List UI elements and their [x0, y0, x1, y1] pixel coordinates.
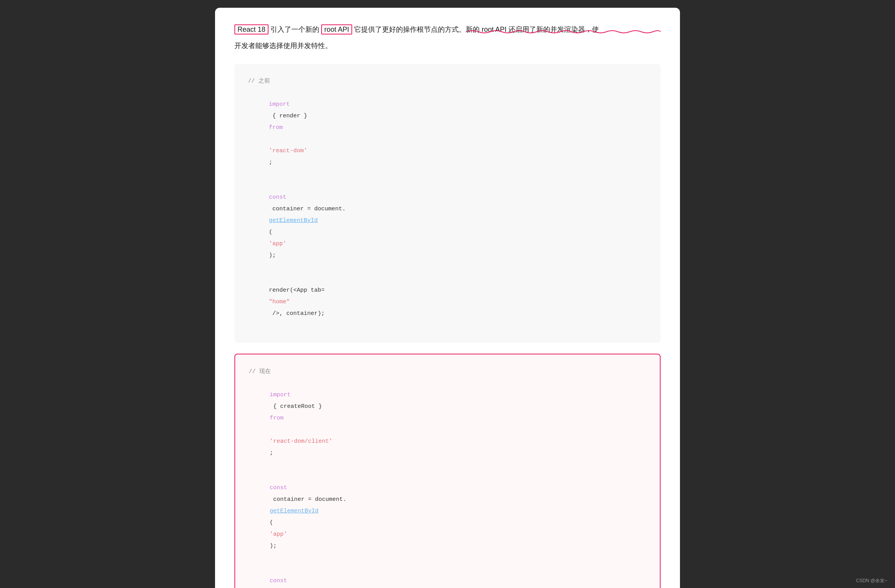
- code-block-before-1: // 之前 import { render } from 'react-dom'…: [234, 64, 661, 343]
- fn-getById-1: getElementById: [269, 217, 318, 224]
- kw-from: from: [269, 124, 283, 131]
- kw-const-1: const: [269, 194, 286, 201]
- code-line-import-after: import { createRoot } from 'react-dom/cl…: [249, 378, 646, 471]
- kw-import-2: import: [270, 392, 291, 398]
- kw-from-2: from: [270, 415, 284, 421]
- code-normal-7: render(<App tab=: [269, 287, 325, 294]
- code-normal-6: );: [269, 252, 276, 259]
- code-line-import-before: import { render } from 'react-dom' ;: [248, 87, 647, 180]
- code-string-react-dom: 'react-dom': [269, 148, 307, 154]
- intro-line2-text: 开发者能够选择使用并发特性。: [234, 42, 332, 50]
- code-line-createroot: const root = createRoot (container); // …: [249, 564, 646, 588]
- code-normal-11: ;: [270, 450, 273, 456]
- intro-paragraph: React 18 引入了一个新的 root API 它提供了更好的操作根节点的方…: [234, 23, 661, 36]
- code-string-react-dom-client: 'react-dom/client': [270, 438, 332, 445]
- kw-const-2: const: [270, 485, 287, 491]
- kw-const-3: const: [270, 578, 287, 584]
- react18-highlight: React 18: [234, 24, 268, 34]
- code-normal-12: container = document.: [270, 496, 346, 503]
- watermark-text: CSDN @余发~: [856, 578, 887, 583]
- code-comment-before1: // 之前: [248, 76, 647, 87]
- code-normal-14: );: [270, 543, 277, 549]
- code-normal-10: [270, 426, 273, 433]
- code-comment-after1: // 现在: [249, 366, 646, 378]
- code-normal-5: (: [269, 229, 272, 236]
- watermark: CSDN @余发~: [856, 578, 887, 584]
- intro-text-middle1: 引入了一个新的: [270, 26, 321, 33]
- code-normal-13: (: [270, 519, 273, 526]
- intro-text-middle2: 它提供了更好的操作根节点的方式。新的 root API 还启用了新的并发渲染器，…: [354, 26, 599, 33]
- code-normal-9: { createRoot }: [270, 403, 325, 410]
- rootapi-highlight: root API: [321, 24, 352, 34]
- code-normal-8: />, container);: [269, 310, 325, 317]
- page-card: React 18 引入了一个新的 root API 它提供了更好的操作根节点的方…: [215, 8, 680, 588]
- intro-text: React 18 引入了一个新的 root API 它提供了更好的操作根节点的方…: [234, 26, 599, 33]
- code-string-app-2: 'app': [270, 531, 287, 538]
- kw-import: import: [269, 101, 290, 108]
- code-normal-1: { render }: [269, 113, 311, 119]
- code-string-home-1: "home": [269, 299, 290, 305]
- fn-getById-2: getElementById: [270, 508, 318, 514]
- intro-line2: 开发者能够选择使用并发特性。: [234, 40, 661, 52]
- code-line-container-before: const container = document. getElementBy…: [248, 180, 647, 273]
- code-line-container-after: const container = document. getElementBy…: [249, 471, 646, 564]
- code-normal-3: ;: [269, 159, 272, 166]
- code-normal-2: [269, 136, 272, 143]
- code-block-after-1: // 现在 import { createRoot } from 'react-…: [234, 354, 661, 588]
- code-line-render-before: render(<App tab= "home" />, container);: [248, 273, 647, 331]
- code-normal-4: container = document.: [269, 206, 346, 212]
- code-string-app-1: 'app': [269, 241, 286, 247]
